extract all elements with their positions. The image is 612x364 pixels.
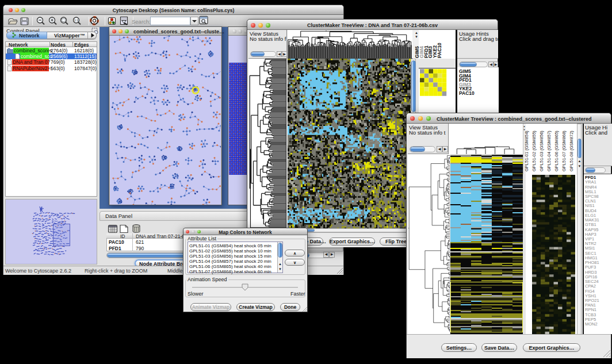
svg-text:1:1: 1:1 <box>74 18 79 22</box>
